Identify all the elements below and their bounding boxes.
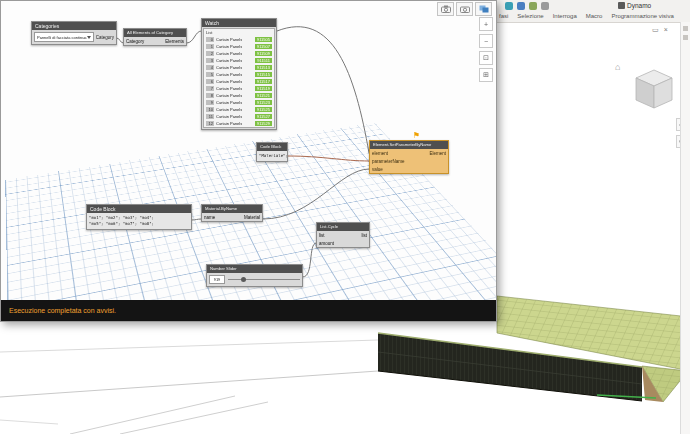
- panel-icon[interactable]: [683, 35, 688, 40]
- dynamo-ribbon-label: Dynamo: [627, 2, 651, 9]
- watch-row: 8 Curtain Panels 911521: [204, 92, 274, 99]
- row-label: Curtain Panels: [216, 121, 242, 126]
- dropdown-value: Pannelli di facciata continua: [37, 35, 87, 40]
- port-in-value[interactable]: value: [372, 167, 383, 172]
- port-out-category[interactable]: Category: [96, 35, 114, 40]
- port-out-list[interactable]: list: [362, 233, 368, 238]
- node-material-byname[interactable]: Material.ByName name Material: [201, 204, 263, 222]
- code-block-text[interactable]: "mo1"; "mo2"; "mo3"; "mo4"; "mo5"; "mo6"…: [87, 213, 191, 229]
- row-index: 1: [206, 44, 214, 49]
- slider-value[interactable]: 919: [209, 275, 225, 284]
- row-index: 8: [206, 93, 214, 98]
- node-header[interactable]: Element.SetParameterByName: [370, 141, 448, 149]
- viewcube[interactable]: [626, 66, 676, 116]
- slider-handle[interactable]: [241, 277, 246, 282]
- node-header[interactable]: Number Slider: [207, 265, 302, 273]
- list-label: List: [206, 30, 213, 35]
- watch-list-label: List: [204, 29, 274, 36]
- node-code-block-names[interactable]: Code Block "mo1"; "mo2"; "mo3"; "mo4"; "…: [86, 204, 192, 230]
- row-value: 911517: [255, 79, 272, 84]
- node-all-elements-of-category[interactable]: All Elements of Category Category Elemen…: [123, 28, 187, 46]
- watch-row: 1 Curtain Panels 911507: [204, 43, 274, 50]
- node-header[interactable]: All Elements of Category: [124, 29, 186, 37]
- watch-row: 2 Curtain Panels 911509: [204, 50, 274, 57]
- row-index: 5: [206, 72, 214, 77]
- wire-watch-element[interactable]: [277, 27, 369, 153]
- ribbon-icon[interactable]: [505, 2, 513, 10]
- port-out-material[interactable]: Material: [244, 215, 260, 220]
- node-watch[interactable]: Watch List 0 Curtain Panels 911505: [201, 18, 277, 130]
- watch-list[interactable]: List 0 Curtain Panels 911505 1 Curtain P…: [203, 28, 275, 128]
- ribbon-quick-icons: [505, 2, 549, 10]
- ribbon-icon[interactable]: [517, 2, 525, 10]
- wire-material-value[interactable]: [263, 169, 369, 219]
- watch-row: 12 Curtain Panels 911529: [204, 120, 274, 127]
- restore-icon[interactable]: ▭: [652, 26, 659, 34]
- side-panel-edge: [680, 22, 690, 434]
- camera-export-icon[interactable]: [456, 2, 473, 16]
- row-index: 0: [206, 37, 214, 42]
- node-header[interactable]: Code Block: [257, 143, 287, 151]
- node-header[interactable]: List.Cycle: [317, 223, 369, 231]
- viewcube-home-icon[interactable]: ⌂: [615, 62, 620, 72]
- dynamo-icon: [618, 2, 625, 9]
- row-label: Curtain Panels: [216, 79, 242, 84]
- zoom-fit-button[interactable]: ⊡: [479, 51, 493, 65]
- dynamo-canvas[interactable]: Categories Pannelli di facciata continua…: [1, 1, 496, 300]
- panel-icon[interactable]: [683, 26, 688, 31]
- port-in-name[interactable]: name: [204, 215, 215, 220]
- wire-codeblock-material[interactable]: [192, 219, 201, 220]
- camera-icon[interactable]: [437, 2, 454, 16]
- row-value: 911513: [255, 65, 272, 70]
- wire-codeblock-parametername[interactable]: [288, 156, 369, 161]
- category-dropdown[interactable]: Pannelli di facciata continua: [34, 32, 94, 42]
- watch-row: 9 Curtain Panels 911523: [204, 99, 274, 106]
- ribbon-icon[interactable]: [541, 2, 549, 10]
- ribbon-icon[interactable]: [529, 2, 537, 10]
- row-label: Curtain Panels: [216, 100, 242, 105]
- node-element-setparameterbyname[interactable]: ⚑ Element.SetParameterByName element Ele…: [369, 140, 449, 174]
- node-categories[interactable]: Categories Pannelli di facciata continua…: [31, 21, 117, 45]
- code-block-text[interactable]: "Materiale";: [257, 151, 287, 161]
- port-in-list[interactable]: list: [319, 233, 325, 238]
- node-code-block-parameter[interactable]: Code Block "Materiale";: [256, 142, 288, 162]
- warning-flag-icon[interactable]: ⚑: [413, 132, 420, 140]
- geometry-view-icon[interactable]: [475, 2, 492, 16]
- port-in-amount[interactable]: amount: [319, 241, 334, 246]
- port-in-parametername[interactable]: parameterName: [372, 159, 405, 164]
- zoom-out-button[interactable]: −: [479, 34, 493, 48]
- row-label: Curtain Panels: [216, 51, 242, 56]
- ribbon-panel-row: fasi Selezione Interroga Macro Programma…: [499, 13, 674, 19]
- status-text: Esecuzione completata con avvisi.: [9, 307, 116, 314]
- row-value: 911525: [255, 107, 272, 112]
- node-header[interactable]: Code Block: [87, 205, 191, 213]
- port-out-elements[interactable]: Elements: [165, 39, 184, 44]
- ribbon-panel-label: fasi: [499, 13, 508, 19]
- port-in-element[interactable]: element: [372, 151, 388, 156]
- wire-slider-listcycle[interactable]: [303, 243, 316, 277]
- row-index: 2: [206, 51, 214, 56]
- row-value: 911511: [255, 58, 272, 63]
- node-header[interactable]: Watch: [202, 19, 276, 27]
- node-header[interactable]: Categories: [32, 22, 116, 30]
- row-index: 4: [206, 65, 214, 70]
- wire-allelements-watch[interactable]: [187, 31, 201, 43]
- watch-row: 4 Curtain Panels 911513: [204, 64, 274, 71]
- row-label: Curtain Panels: [216, 37, 242, 42]
- row-value: 911523: [255, 100, 272, 105]
- watch-row: 11 Curtain Panels 911527: [204, 113, 274, 120]
- zoom-in-button[interactable]: +: [479, 17, 493, 31]
- pan-button[interactable]: ⊞: [479, 68, 493, 82]
- port-in-category[interactable]: Category: [126, 39, 144, 44]
- port-out-element[interactable]: Element: [429, 151, 446, 156]
- close-icon[interactable]: ×: [664, 26, 668, 34]
- node-header[interactable]: Material.ByName: [202, 205, 262, 213]
- node-number-slider[interactable]: Number Slider 919: [206, 264, 303, 287]
- site-line: [70, 396, 235, 434]
- dynamo-ribbon-button[interactable]: Dynamo: [618, 2, 651, 9]
- slider-track[interactable]: [228, 279, 300, 280]
- row-label: Curtain Panels: [216, 65, 242, 70]
- row-label: Curtain Panels: [216, 86, 242, 91]
- node-list-cycle[interactable]: List.Cycle list list amount: [316, 222, 370, 248]
- site-line: [0, 420, 58, 424]
